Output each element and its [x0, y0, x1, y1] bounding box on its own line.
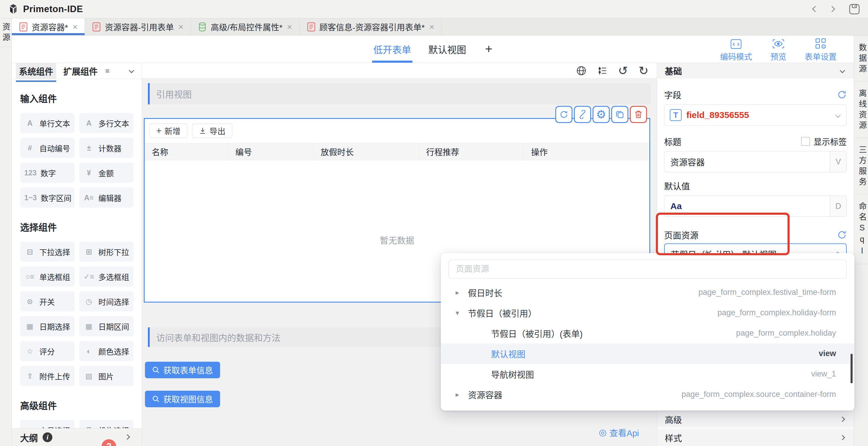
palette-item-switch[interactable]: ⊙开关 [20, 291, 74, 312]
close-icon[interactable]: × [72, 22, 78, 32]
tab-extension-components[interactable]: 扩展组件 [60, 63, 101, 79]
reference-view-header[interactable]: 引用视图 [148, 83, 651, 104]
resource-option-holiday-form-entry[interactable]: 节假日（被引用）(表单) page_form_complex.holiday [441, 323, 855, 343]
title-variable-button[interactable]: V [830, 152, 846, 172]
column-header-actions[interactable]: 操作 [524, 144, 649, 160]
column-header-holiday-duration[interactable]: 放假时长 [313, 144, 419, 160]
get-form-info-button[interactable]: 获取表单信息 [145, 362, 220, 378]
link-component-button[interactable] [574, 106, 591, 123]
field-select[interactable]: T field_89356555 [664, 104, 847, 126]
close-icon[interactable]: × [178, 22, 184, 32]
close-icon[interactable]: × [287, 22, 292, 32]
palette-item-radio-group[interactable]: ○≡单选框组 [20, 266, 74, 287]
palette-item-checkbox-group[interactable]: ✓≡多选框组 [79, 266, 134, 287]
chevron-down-icon [835, 113, 840, 118]
palette-item-single-text[interactable]: A单行文本 [20, 113, 74, 133]
form-settings-button[interactable]: 表单设置 [805, 38, 837, 62]
palette-item-auto-number[interactable]: #自动编号 [20, 138, 74, 158]
palette-item-date-range[interactable]: ▦日期区间 [79, 316, 134, 336]
palette-item-image[interactable]: ▨图片 [79, 366, 134, 386]
section-title-select: 选择组件 [20, 220, 133, 233]
editor-tab-layout-props[interactable]: 高级/布局控件属性* × [191, 18, 300, 35]
tab-system-components[interactable]: 系统组件 [16, 63, 56, 79]
forward-icon[interactable] [829, 6, 835, 12]
tree-list-icon[interactable] [597, 66, 607, 76]
palette-item-dropdown[interactable]: ⊟下拉选择 [20, 242, 74, 262]
export-button[interactable]: 导出 [192, 124, 232, 138]
right-rail-item-third-party[interactable]: 三方服务 [854, 138, 868, 194]
copy-component-button[interactable] [611, 106, 628, 123]
default-dynamic-button[interactable]: D [830, 196, 846, 217]
title-input[interactable]: 资源容器 V [664, 151, 847, 172]
settings-component-button[interactable]: ⚙ [593, 106, 610, 123]
palette-item-color-picker[interactable]: ◐颜色选择 [79, 341, 134, 361]
basic-section-header[interactable]: 基础 [657, 63, 854, 78]
outline-footer[interactable]: 大纲 i 2 [12, 428, 142, 446]
preview-button[interactable]: 预览 [770, 38, 786, 62]
resource-search-input[interactable] [448, 260, 847, 279]
palette-item-editor[interactable]: A≡编辑器 [79, 188, 134, 208]
get-view-info-button[interactable]: 获取视图信息 [145, 391, 220, 407]
palette-item-counter[interactable]: ±计数器 [79, 138, 134, 158]
palette-menu-icon[interactable]: ≡ [105, 67, 110, 75]
editor-tab-customer-info[interactable]: 顾客信息-资源容器引用表单* × [300, 18, 442, 35]
left-rail-item-resource[interactable]: 资源 [0, 18, 11, 47]
resource-option-default-view[interactable]: 默认视图 view [441, 343, 855, 364]
form-icon [92, 22, 101, 32]
add-view-tab-button[interactable]: + [485, 42, 493, 56]
column-header-number[interactable]: 编号 [228, 144, 313, 160]
close-icon[interactable]: × [429, 22, 435, 32]
editor-tab-source-container[interactable]: 资源容器* × [12, 18, 85, 35]
right-rail-item-offline-resource[interactable]: 离线资源 [854, 81, 868, 138]
right-rail-item-named-sql[interactable]: 命名Sql [854, 194, 868, 264]
show-label-checkbox[interactable] [801, 137, 810, 146]
palette-item-org-select[interactable]: 品机构选择 [79, 420, 134, 428]
caret-right-icon[interactable]: ▸ [456, 390, 463, 399]
save-icon[interactable] [848, 3, 860, 15]
palette-item-time-picker[interactable]: ◷时间选择 [79, 291, 134, 312]
palette-item-label: 下拉选择 [39, 246, 70, 257]
advanced-section-header[interactable]: 高级 [657, 411, 854, 428]
resource-option-label: 节假日（被引用）(表单) [491, 327, 583, 340]
resource-option-holiday-form[interactable]: ▾ 节假日（被引用） page_form_complex.holiday-for… [441, 302, 855, 323]
palette-item-amount[interactable]: ¥金额 [79, 163, 134, 183]
column-header-trip-recommendation[interactable]: 行程推荐 [418, 144, 524, 160]
caret-right-icon[interactable]: ▸ [456, 288, 463, 297]
palette-item-tree-dropdown[interactable]: ⊞树形下拉 [79, 242, 134, 262]
resource-option-nav-tree-view[interactable]: 导航树视图 view_1 [441, 364, 855, 384]
caret-down-icon[interactable]: ▾ [456, 309, 463, 317]
delete-component-button[interactable] [630, 106, 647, 123]
dropdown-scrollbar[interactable] [850, 354, 852, 383]
style-section-header[interactable]: 样式 [657, 429, 854, 446]
default-value-input[interactable]: Aa D [664, 195, 847, 217]
editor-tab-ref-form[interactable]: 资源容器-引用表单 × [85, 18, 191, 35]
column-header-name[interactable]: 名称 [145, 144, 228, 160]
refresh-component-button[interactable] [555, 106, 572, 123]
refresh-field-icon[interactable] [837, 90, 847, 99]
view-api-link[interactable]: ◎ 查看Api [599, 426, 639, 439]
add-row-button[interactable]: + 新增 [149, 124, 187, 138]
resource-option-source-container[interactable]: ▸ 资源容器 page_form_complex.source_containe… [441, 384, 855, 405]
palette-item-person-select[interactable]: ○人员选择 [20, 420, 74, 428]
refresh-resource-icon[interactable] [837, 230, 847, 240]
redo-icon[interactable]: ↻ [639, 65, 649, 76]
right-rail-item-datasource[interactable]: 数据源 [854, 35, 868, 81]
tab-lowcode-form[interactable]: 低开表单 [373, 35, 411, 63]
code-mode-button[interactable]: 编码模式 [720, 38, 752, 62]
palette-item-number[interactable]: 123数字 [20, 163, 74, 183]
palette-item-number-range[interactable]: 1~3数字区间 [20, 188, 74, 208]
palette-collapse-button[interactable] [130, 68, 133, 74]
number-range-icon: 1~3 [24, 193, 37, 202]
tab-default-view[interactable]: 默认视图 [428, 35, 466, 63]
palette-item-multi-text[interactable]: A多行文本 [79, 113, 134, 133]
palette-item-date-picker[interactable]: ▦日期选择 [20, 316, 74, 336]
globe-icon[interactable] [576, 65, 587, 76]
palette-scroll-area[interactable]: 输入组件 A单行文本 A多行文本 #自动编号 ±计数器 123数字 ¥金额 1~… [12, 79, 142, 428]
resource-option-festival-time[interactable]: ▸ 假日时长 page_form_complex.festival_time-f… [441, 282, 855, 302]
calendar-icon: ▦ [24, 322, 35, 331]
back-icon[interactable] [812, 6, 818, 12]
palette-item-rating[interactable]: ☆评分 [20, 341, 74, 361]
palette-item-attachment-upload[interactable]: ⇧附件上传 [20, 366, 74, 386]
outline-expand-button[interactable] [125, 435, 129, 440]
undo-icon[interactable]: ↺ [618, 65, 628, 76]
